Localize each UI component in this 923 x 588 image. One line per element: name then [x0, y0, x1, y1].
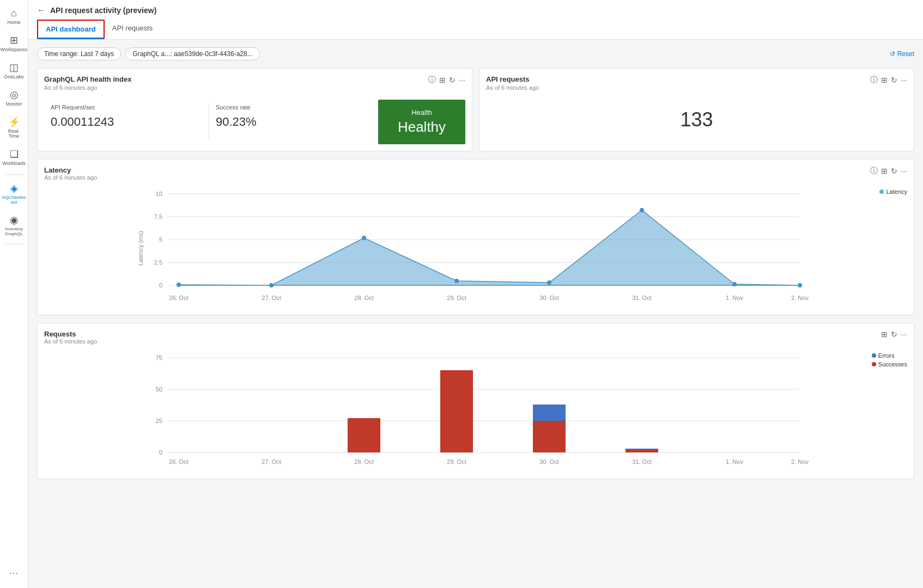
page-title: API request activity (preview)	[50, 6, 156, 15]
latency-legend: Latency	[879, 188, 907, 195]
monitor-icon: ◎	[10, 89, 19, 101]
refresh-icon-btn[interactable]: ↻	[449, 76, 456, 84]
more-icon-btn[interactable]: ···	[459, 76, 465, 84]
sidebar-more[interactable]: ···	[1, 565, 27, 581]
api-requests-card-header: API requests As of 6 minutes ago ⓘ ⊞ ↻ ·…	[486, 75, 907, 97]
latency-legend-item: Latency	[879, 188, 907, 195]
svg-text:0: 0	[159, 449, 162, 456]
svg-text:2. Nov: 2. Nov	[791, 295, 809, 301]
sidebar-item-label: GQLDashbo ard	[2, 195, 26, 205]
sidebar-item-label: Workloads	[2, 161, 25, 167]
back-button[interactable]: ←	[37, 5, 46, 15]
svg-text:26. Oct: 26. Oct	[169, 295, 188, 301]
svg-text:5: 5	[159, 236, 162, 243]
requests-table-btn[interactable]: ⊞	[881, 330, 888, 339]
sidebar-item-onelake[interactable]: ◫ OneLake	[1, 58, 27, 83]
workspaces-icon: ⊞	[10, 34, 18, 46]
main-content: ← API request activity (preview) API das…	[28, 0, 923, 588]
latency-chart-title: Latency	[44, 166, 97, 174]
home-icon: ⌂	[11, 8, 17, 19]
sidebar-item-gqldashboard[interactable]: ◈ GQLDashbo ard	[1, 179, 27, 209]
time-range-filter[interactable]: Time range: Last 7 days	[37, 47, 121, 60]
health-value: Healthy	[398, 119, 446, 136]
svg-point-16	[547, 280, 551, 285]
latency-svg: 10 7.5 5 2.5 0 Latency (ms)	[44, 188, 907, 308]
bar-31oct-errors	[626, 449, 658, 450]
sidebar-item-realtime[interactable]: ⚡ Real-Time	[1, 113, 27, 143]
requests-more-btn[interactable]: ···	[901, 330, 907, 339]
requests-chart-subtitle: As of 6 minutes ago	[44, 338, 97, 345]
table-icon-btn-2[interactable]: ⊞	[881, 76, 888, 84]
info-icon-btn[interactable]: ⓘ	[428, 75, 436, 85]
info-icon-btn-2[interactable]: ⓘ	[870, 75, 878, 85]
successes-legend-label: Successes	[878, 361, 907, 367]
success-rate-label: Success rate	[216, 104, 367, 111]
latency-refresh-btn[interactable]: ↻	[891, 167, 897, 175]
health-card-header: GraphQL API health index As of 6 minutes…	[44, 75, 465, 97]
bar-30oct-successes	[533, 421, 566, 452]
api-requests-title: API requests	[486, 75, 539, 83]
svg-text:2. Nov: 2. Nov	[791, 458, 809, 465]
health-card-subtitle: As of 6 minutes ago	[44, 84, 131, 91]
bar-30oct-errors	[533, 405, 566, 421]
requests-svg: 75 50 25 0	[44, 352, 907, 472]
refresh-icon-btn-2[interactable]: ↻	[891, 76, 897, 84]
requests-chart-container: Errors Successes 75 50 25 0	[44, 352, 907, 472]
sidebar-item-home[interactable]: ⌂ Home	[1, 4, 27, 29]
latency-info-btn[interactable]: ⓘ	[870, 166, 878, 176]
api-requests-number: 133	[486, 97, 907, 142]
latency-chart-card: Latency As of 6 minutes ago ⓘ ⊞ ↻ ··· La…	[37, 159, 914, 315]
sidebar: ⌂ Home ⊞ Workspaces ◫ OneLake ◎ Monitor …	[0, 0, 28, 588]
latency-chart-header: Latency As of 6 minutes ago ⓘ ⊞ ↻ ···	[44, 166, 907, 186]
health-card-actions: ⓘ ⊞ ↻ ···	[428, 75, 465, 85]
sidebar-item-inventorygraphql[interactable]: ◉ Inventory GraphQL	[1, 211, 27, 240]
bar-31oct-successes	[626, 450, 658, 452]
header: ← API request activity (preview) API das…	[28, 0, 923, 40]
sidebar-item-label: Monitor	[5, 102, 22, 107]
filter-bar: Time range: Last 7 days GraphQL a...: aa…	[37, 47, 914, 60]
errors-legend-item: Errors	[872, 352, 907, 359]
graphql-api-filter[interactable]: GraphQL a...: aae539de-0c3f-4436-a28...	[125, 47, 259, 60]
sidebar-divider	[4, 174, 24, 175]
latency-legend-label: Latency	[886, 188, 907, 195]
svg-point-14	[362, 236, 366, 240]
table-icon-btn[interactable]: ⊞	[439, 76, 446, 84]
sidebar-item-workloads[interactable]: ❏ Workloads	[1, 145, 27, 170]
api-request-sec-label: API Request/sec	[51, 104, 202, 111]
api-requests-card: API requests As of 6 minutes ago ⓘ ⊞ ↻ ·…	[479, 68, 914, 151]
onelake-icon: ◫	[9, 62, 19, 74]
latency-more-btn[interactable]: ···	[901, 167, 907, 175]
requests-refresh-btn[interactable]: ↻	[891, 330, 897, 339]
svg-text:30. Oct: 30. Oct	[539, 458, 558, 465]
sidebar-divider-2	[4, 244, 24, 244]
tab-api-dashboard[interactable]: API dashboard	[37, 20, 105, 39]
sidebar-item-label: Inventory GraphQL	[3, 227, 25, 237]
reset-icon: ↺	[890, 50, 895, 58]
workloads-icon: ❏	[10, 148, 19, 160]
gqldashboard-icon: ◈	[10, 182, 18, 194]
svg-text:29. Oct: 29. Oct	[447, 295, 466, 301]
svg-text:1. Nov: 1. Nov	[726, 295, 743, 301]
latency-table-btn[interactable]: ⊞	[881, 167, 888, 175]
content-area: Time range: Last 7 days GraphQL a...: aa…	[28, 40, 923, 588]
requests-chart-header: Requests As of 6 minutes ago ⊞ ↻ ···	[44, 330, 907, 350]
latency-chart-actions: ⓘ ⊞ ↻ ···	[870, 166, 907, 176]
more-icon-btn-2[interactable]: ···	[901, 76, 907, 84]
svg-point-12	[177, 283, 181, 287]
svg-text:31. Oct: 31. Oct	[632, 458, 651, 465]
sidebar-item-monitor[interactable]: ◎ Monitor	[1, 85, 27, 111]
tab-api-requests[interactable]: API requests	[105, 20, 160, 39]
svg-text:27. Oct: 27. Oct	[262, 295, 281, 301]
svg-text:2.5: 2.5	[154, 259, 162, 266]
requests-legend: Errors Successes	[872, 352, 907, 367]
sidebar-item-workspaces[interactable]: ⊞ Workspaces	[1, 31, 27, 56]
svg-text:31. Oct: 31. Oct	[632, 295, 651, 301]
latency-legend-dot	[879, 189, 884, 194]
health-metrics: API Request/sec 0.00011243 Success rate …	[44, 100, 465, 144]
reset-button[interactable]: ↺ Reset	[890, 50, 914, 58]
inventorygraphql-icon: ◉	[10, 214, 19, 226]
realtime-icon: ⚡	[8, 116, 20, 128]
tab-bar: API dashboard API requests	[37, 20, 914, 39]
requests-chart-card: Requests As of 6 minutes ago ⊞ ↻ ··· Err…	[37, 323, 914, 479]
health-card-title: GraphQL API health index	[44, 75, 131, 83]
